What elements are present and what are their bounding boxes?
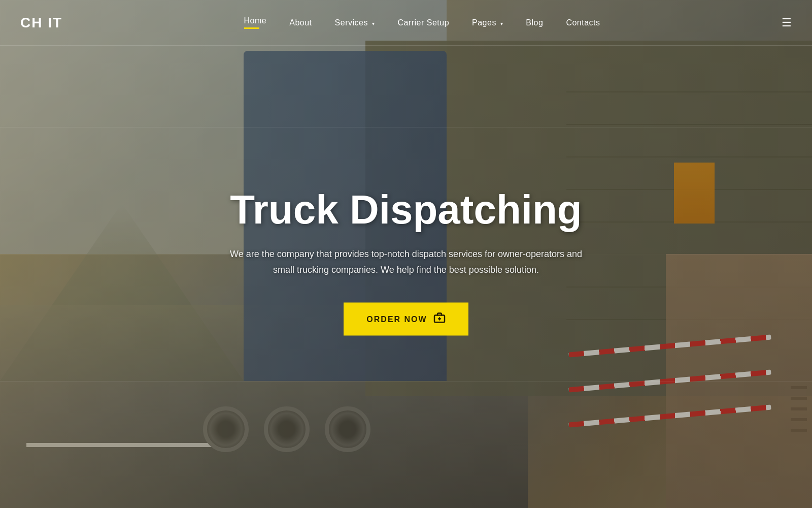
nav-link-services[interactable]: Services ▾ — [335, 18, 375, 27]
nav-right-actions: ☰ — [782, 16, 792, 29]
nav-link-about[interactable]: About — [289, 18, 312, 27]
nav-link-pages[interactable]: Pages ▾ — [472, 18, 503, 27]
nav-links: Home About Services ▾ Carrier Setup Page… — [244, 16, 600, 29]
search-icon: ☰ — [782, 16, 792, 29]
hero-section: CH IT Home About Services ▾ Carrier Setu… — [0, 0, 812, 508]
hero-title: Truck Dispatching — [203, 187, 609, 232]
order-icon — [433, 312, 446, 327]
nav-link-contacts[interactable]: Contacts — [566, 18, 600, 27]
nav-item-carrier-setup[interactable]: Carrier Setup — [397, 18, 449, 27]
hero-subtitle: We are the company that provides top-not… — [223, 246, 589, 277]
hero-content: Truck Dispatching We are the company tha… — [203, 187, 609, 336]
navbar: CH IT Home About Services ▾ Carrier Setu… — [0, 0, 812, 46]
chevron-down-icon: ▾ — [500, 21, 503, 26]
nav-item-blog[interactable]: Blog — [526, 18, 543, 27]
order-now-label: ORDER NOW — [366, 314, 427, 324]
nav-link-blog[interactable]: Blog — [526, 18, 543, 27]
pages-label: Pages — [472, 18, 496, 27]
nav-item-about[interactable]: About — [289, 18, 312, 27]
search-icon-button[interactable]: ☰ — [782, 16, 792, 29]
chevron-down-icon: ▾ — [372, 21, 375, 26]
logo-text: CH IT — [20, 15, 62, 30]
nav-item-home[interactable]: Home — [244, 16, 267, 29]
nav-item-contacts[interactable]: Contacts — [566, 18, 600, 27]
nav-link-carrier-setup[interactable]: Carrier Setup — [397, 18, 449, 27]
site-logo: CH IT — [20, 15, 62, 31]
nav-item-pages[interactable]: Pages ▾ — [472, 18, 503, 27]
nav-link-home[interactable]: Home — [244, 16, 267, 25]
nav-item-services[interactable]: Services ▾ — [335, 18, 375, 27]
order-now-button[interactable]: ORDER NOW — [344, 303, 468, 336]
services-label: Services — [335, 18, 368, 27]
